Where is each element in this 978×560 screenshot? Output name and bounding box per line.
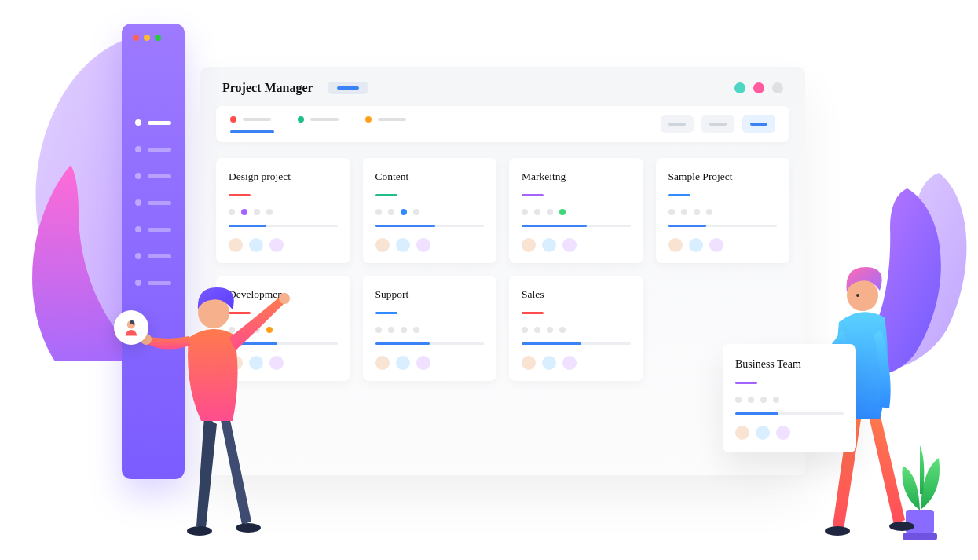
sidebar-nav-item-2[interactable]: [135, 173, 171, 179]
card-progress: [375, 342, 485, 345]
card-avatars: [375, 238, 485, 252]
page-title: Project Manager: [222, 81, 313, 95]
toolbar: [216, 106, 789, 142]
sidebar-nav-item-1[interactable]: [135, 146, 171, 152]
header-pill-button[interactable]: [328, 82, 368, 94]
svg-point-7: [825, 526, 850, 536]
tabs: [230, 116, 409, 133]
tab-0[interactable]: [230, 116, 274, 133]
card-title: Markeitng: [522, 170, 631, 183]
card-title: Support: [375, 288, 485, 301]
card-accent: [522, 312, 544, 314]
card-title: Design project: [229, 170, 338, 183]
card-progress: [375, 225, 485, 227]
window-min-dot[interactable]: [144, 35, 150, 41]
avatar: [735, 426, 749, 440]
header-avatar-2[interactable]: [753, 82, 764, 93]
toolbar-button-1[interactable]: [661, 115, 694, 133]
sidebar-nav-item-5[interactable]: [135, 253, 171, 259]
card-progress: [668, 225, 778, 227]
card-dots: [735, 397, 844, 403]
project-card-5[interactable]: Support: [363, 276, 497, 381]
card-avatars: [668, 238, 778, 252]
card-progress: [522, 225, 631, 227]
svg-point-2: [187, 526, 212, 536]
card-title: Business Team: [735, 358, 844, 371]
card-title: Sales: [522, 288, 631, 301]
svg-point-4: [279, 293, 290, 304]
card-dots: [375, 327, 485, 333]
card-progress: [229, 225, 338, 227]
floating-card[interactable]: Business Team: [723, 344, 856, 452]
header-avatar-3[interactable]: [772, 82, 783, 93]
card-dots: [375, 209, 485, 215]
card-title: Content: [375, 170, 485, 183]
tab-1[interactable]: [298, 116, 342, 133]
header-avatars: [734, 82, 783, 93]
svg-point-8: [889, 522, 914, 531]
tab-2[interactable]: [365, 116, 409, 133]
card-dots: [668, 209, 778, 215]
avatar: [756, 426, 770, 440]
svg-point-3: [236, 523, 261, 533]
card-accent: [375, 312, 397, 314]
card-dots: [229, 209, 338, 215]
window-controls: [122, 24, 185, 41]
card-accent: [735, 382, 757, 384]
window-close-dot[interactable]: [133, 35, 139, 41]
toolbar-button-primary[interactable]: [742, 115, 775, 133]
card-accent: [229, 194, 251, 196]
svg-point-11: [856, 294, 859, 297]
sidebar-nav-item-0[interactable]: [135, 119, 171, 126]
card-avatars: [735, 426, 844, 440]
card-dots: [522, 327, 631, 333]
card-dots: [522, 209, 631, 215]
card-accent: [375, 194, 397, 196]
card-avatars: [522, 356, 631, 370]
toolbar-buttons: [661, 115, 775, 133]
avatar: [776, 426, 790, 440]
project-card-6[interactable]: Sales: [509, 276, 643, 381]
card-avatars: [375, 356, 485, 370]
card-title: Sample Project: [668, 170, 778, 183]
sidebar-nav-item-4[interactable]: [135, 226, 171, 232]
card-avatars: [522, 238, 631, 252]
card-progress: [735, 412, 844, 415]
card-accent: [668, 194, 690, 196]
header-avatar-1[interactable]: [734, 82, 745, 93]
project-card-2[interactable]: Markeitng: [509, 158, 643, 263]
window-max-dot[interactable]: [155, 35, 161, 41]
toolbar-button-2[interactable]: [701, 115, 734, 133]
project-card-3[interactable]: Sample Project: [656, 158, 790, 263]
card-avatars: [229, 238, 338, 252]
user-avatar-bubble[interactable]: [114, 310, 148, 345]
sidebar-nav-item-3[interactable]: [135, 199, 171, 206]
project-card-1[interactable]: Content: [363, 158, 497, 263]
app-header: Project Manager: [200, 67, 805, 106]
person-left-illustration: [141, 259, 299, 542]
project-card-0[interactable]: Design project: [216, 158, 350, 263]
card-accent: [522, 194, 544, 196]
card-progress: [522, 342, 631, 345]
